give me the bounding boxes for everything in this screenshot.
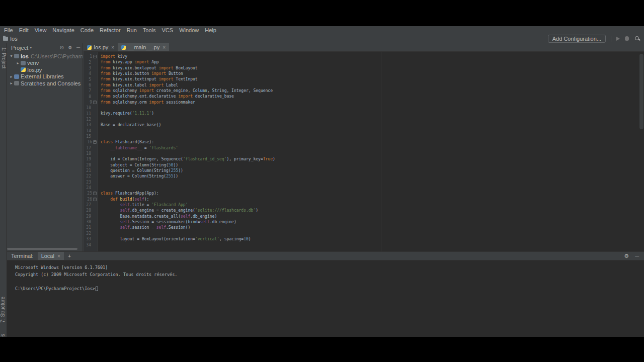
tree-item-ios-py[interactable]: Ios.py	[7, 66, 83, 73]
tool-button-project[interactable]: 1: Project	[0, 47, 7, 68]
chevron-icon[interactable]: ▸	[16, 61, 20, 65]
line-number[interactable]: 33	[84, 236, 98, 242]
line-number[interactable]: 30	[84, 219, 98, 225]
menu-item-help[interactable]: Help	[202, 27, 219, 33]
line-number[interactable]: 11	[84, 111, 98, 116]
project-view-selector[interactable]: Project	[11, 45, 28, 51]
menu-item-run[interactable]: Run	[124, 27, 140, 33]
new-terminal-icon[interactable]: +	[64, 253, 75, 259]
code-line[interactable]: layout = BoxLayout(orientation='vertical…	[101, 236, 639, 242]
code-area[interactable]: import kivyfrom kivy.app import Appfrom …	[99, 52, 639, 251]
locate-file-icon[interactable]: ⊙	[60, 45, 64, 50]
fold-icon[interactable]: −	[93, 140, 97, 144]
breadcrumb[interactable]: Ios	[0, 36, 18, 42]
fold-icon[interactable]: −	[93, 55, 97, 58]
line-number[interactable]: 34	[84, 242, 98, 247]
editor-tab-Iospy[interactable]: Ios.py×	[84, 43, 118, 51]
menu-item-code[interactable]: Code	[77, 27, 97, 33]
minimize-icon[interactable]: ─	[635, 253, 639, 259]
line-number[interactable]: 29	[84, 214, 98, 219]
line-number[interactable]: 28	[84, 208, 98, 213]
tool-button-favorites[interactable]: 2: Favorites	[0, 334, 7, 337]
menu-item-window[interactable]: Window	[176, 27, 202, 33]
tree-item-scratches-and-consoles[interactable]: ▸Scratches and Consoles	[7, 80, 83, 87]
line-number[interactable]: 31	[84, 225, 98, 230]
menu-item-tools[interactable]: Tools	[140, 27, 159, 33]
line-number[interactable]: 20	[84, 162, 98, 168]
code-line[interactable]: from kivy.uix.label import Label	[101, 82, 639, 88]
code-line[interactable]: self.db_engine = create_engine('sqlite:/…	[101, 208, 639, 213]
code-line[interactable]	[101, 117, 639, 122]
code-line[interactable]: subject = Column(String(50))	[101, 162, 639, 168]
menu-item-edit[interactable]: Edit	[16, 27, 32, 33]
code-line[interactable]	[101, 134, 639, 139]
code-line[interactable]	[101, 151, 639, 156]
tree-item-venv[interactable]: ▸venv	[7, 60, 83, 67]
line-number[interactable]: 2	[84, 59, 98, 65]
fold-icon[interactable]: −	[93, 101, 97, 104]
tool-button-structure[interactable]: 7: Structure	[0, 297, 7, 323]
code-line[interactable]: from kivy.app import App	[101, 59, 639, 65]
gear-icon[interactable]: ⚙	[68, 45, 72, 50]
terminal-tab-local[interactable]: Local ×	[38, 252, 64, 260]
code-line[interactable]: def build(self):	[101, 197, 639, 202]
menu-item-navigate[interactable]: Navigate	[49, 27, 77, 33]
code-line[interactable]: class FlashcardApp(App):	[101, 191, 639, 196]
hide-panel-icon[interactable]: ─	[76, 45, 80, 50]
fold-icon[interactable]: −	[93, 198, 97, 201]
line-number[interactable]: 9−	[84, 100, 98, 105]
line-number[interactable]: 7	[84, 88, 98, 94]
code-line[interactable]: import kivy	[101, 54, 639, 59]
chevron-icon[interactable]: ▾	[9, 54, 14, 58]
editor-tab-mainpy[interactable]: __main__.py×	[118, 43, 169, 51]
tree-item-external-libraries[interactable]: ▸External Libraries	[7, 73, 83, 80]
line-number[interactable]: 1−	[84, 54, 98, 59]
terminal-settings-icon[interactable]: ⚙	[624, 253, 629, 259]
code-line[interactable]	[101, 105, 639, 111]
line-number[interactable]: 4	[84, 71, 98, 76]
line-number[interactable]: 19	[84, 156, 98, 162]
debug-icon[interactable]	[625, 36, 629, 41]
code-line[interactable]	[101, 231, 639, 236]
code-line[interactable]: from kivy.uix.button import Button	[101, 71, 639, 76]
menu-item-file[interactable]: File	[1, 27, 16, 33]
code-line[interactable]: __tablename__ = 'flashcards'	[101, 145, 639, 151]
line-number[interactable]: 18	[84, 151, 98, 156]
line-number[interactable]: 14	[84, 128, 98, 133]
code-line[interactable]: self.session = self.Session()	[101, 225, 639, 230]
code-line[interactable]: kivy.require('1.11.1')	[101, 111, 639, 116]
line-number[interactable]: 23	[84, 179, 98, 185]
code-line[interactable]: Base = declarative_base()	[101, 122, 639, 128]
code-line[interactable]	[101, 242, 639, 247]
code-line[interactable]: from sqlalchemy.ext.declarative import d…	[101, 94, 639, 99]
line-number[interactable]: 3	[84, 65, 98, 71]
code-line[interactable]: from kivy.uix.textinput import TextInput	[101, 76, 639, 82]
line-number[interactable]: 13	[84, 122, 98, 128]
line-number[interactable]: 12	[84, 117, 98, 122]
terminal-prompt-line[interactable]: C:\Users\PC\PycharmProject\Ios>	[15, 285, 644, 292]
editor-vscrollbar[interactable]	[639, 54, 643, 129]
chevron-icon[interactable]: ▸	[9, 81, 14, 85]
code-line[interactable]: class Flashcard(Base):	[101, 139, 639, 145]
code-line[interactable]	[101, 128, 639, 133]
close-icon[interactable]: ×	[111, 45, 114, 50]
line-number[interactable]: 15	[84, 134, 98, 139]
line-number[interactable]: 5	[84, 76, 98, 82]
line-number[interactable]: 6	[84, 82, 98, 88]
line-number[interactable]: 32	[84, 231, 98, 236]
search-everywhere-icon[interactable]	[635, 36, 640, 41]
line-number[interactable]: 24	[84, 185, 98, 191]
menu-item-vcs[interactable]: VCS	[159, 27, 177, 33]
line-number[interactable]: 26−	[84, 197, 98, 202]
code-line[interactable]	[101, 185, 639, 191]
run-icon[interactable]	[616, 37, 620, 41]
line-number[interactable]: 27	[84, 202, 98, 208]
close-icon[interactable]: ×	[57, 253, 60, 259]
line-number[interactable]: 22	[84, 173, 98, 179]
line-number[interactable]: 17	[84, 145, 98, 151]
close-icon[interactable]: ×	[163, 45, 166, 50]
line-number[interactable]: 25−	[84, 191, 98, 196]
code-line[interactable]: from kivy.uix.boxlayout import BoxLayout	[101, 65, 639, 71]
line-number[interactable]: 8	[84, 94, 98, 99]
line-number[interactable]: 21	[84, 168, 98, 173]
